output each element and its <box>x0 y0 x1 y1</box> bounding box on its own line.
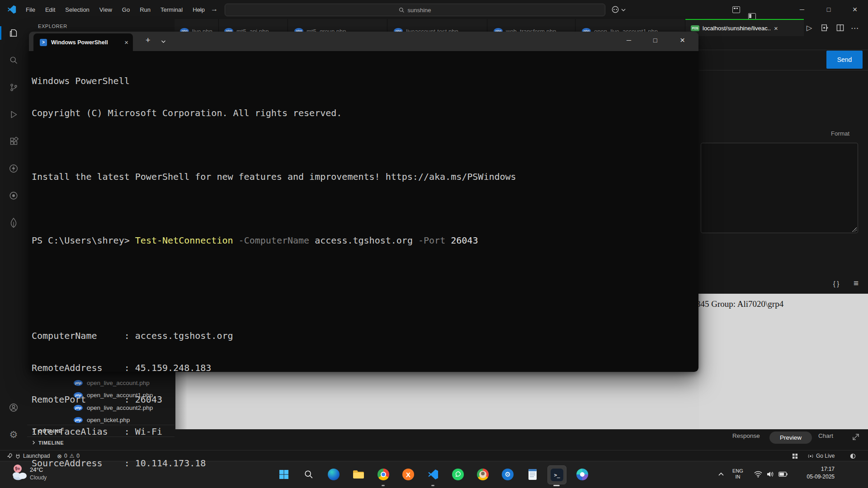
search-icon <box>399 7 405 13</box>
mongodb-icon[interactable] <box>8 217 19 228</box>
copilot-icon[interactable] <box>611 5 619 14</box>
chevron-down-icon[interactable] <box>621 8 626 12</box>
broadcast-icon <box>807 453 814 459</box>
forward-icon[interactable]: → <box>211 5 218 13</box>
vscode-logo <box>7 5 16 14</box>
resize-grip[interactable] <box>852 227 857 232</box>
menu-go[interactable]: Go <box>117 6 135 13</box>
explorer-header: EXPLORER <box>38 23 67 29</box>
preview-tab[interactable]: Preview <box>769 432 812 444</box>
list-icon[interactable]: ≡ <box>854 278 859 288</box>
command-param: -Port <box>418 235 445 246</box>
explorer-icon[interactable] <box>8 28 19 38</box>
terminal-result-line: RemotePort : 26043 <box>32 394 516 405</box>
open-app-indicator <box>553 485 560 486</box>
clipchamp-icon[interactable] <box>574 466 590 483</box>
plug-icon <box>15 453 21 459</box>
terminal-content[interactable]: Windows PowerShell Copyright (C) Microso… <box>29 51 698 372</box>
command-param: -ComputerName <box>239 235 310 246</box>
thunder-client-icon[interactable] <box>8 163 19 174</box>
activity-bar: ⚙ <box>0 19 28 450</box>
menu-view[interactable]: View <box>94 6 117 13</box>
terminal-close-button[interactable]: × <box>680 35 685 45</box>
response-tab[interactable]: Response <box>732 432 760 439</box>
run-request-icon[interactable]: ▷ <box>807 23 812 32</box>
menu-selection[interactable]: Selection <box>60 6 94 13</box>
terminal-result-line: RemoteAddress : 45.159.248.183 <box>32 363 516 374</box>
notifications-status[interactable] <box>850 450 856 461</box>
terminal-result-line: InterfaceAlias : Wi-Fi <box>32 427 516 437</box>
terminal-text: Windows PowerShell Copyright (C) Microso… <box>32 55 516 488</box>
clock-date: 05-09-2025 <box>791 473 835 481</box>
account-icon[interactable] <box>8 402 19 413</box>
window-maximize-button[interactable]: □ <box>818 0 839 19</box>
terminal-title-bar[interactable]: > Windows PowerShell × + ─ □ × <box>29 32 698 51</box>
rest-client-panel: POS localhost/sunshine/liveac.. × ▷ ⋯ Se… <box>685 19 868 450</box>
extensions-icon[interactable] <box>8 136 19 147</box>
run-debug-icon[interactable] <box>8 109 19 120</box>
terminal-taskbar-icon[interactable]: >_ <box>547 465 566 484</box>
chart-tab[interactable]: Chart <box>818 432 833 439</box>
search-sidebar-icon[interactable] <box>8 55 19 66</box>
language-line2: IN <box>732 474 743 480</box>
settings-gear-icon[interactable]: ⚙ <box>8 429 19 440</box>
language-line1: ENG <box>732 468 743 474</box>
go-live-label: Go Live <box>816 453 835 459</box>
terminal-minimize-button[interactable]: ─ <box>627 37 631 44</box>
active-indicator <box>0 26 1 40</box>
desktop: File Edit Selection View Go Run Terminal… <box>0 0 868 488</box>
terminal-result-line: ComputerName : access.tgshost.org <box>32 331 516 342</box>
powershell-window[interactable]: > Windows PowerShell × + ─ □ × Windows P… <box>29 32 698 372</box>
send-button[interactable]: Send <box>826 51 863 69</box>
terminal-maximize-button[interactable]: □ <box>653 37 657 44</box>
window-minimize-button[interactable]: ─ <box>792 0 812 19</box>
battery-icon[interactable] <box>778 472 788 477</box>
menu-bar: File Edit Selection View Go Run Terminal… <box>21 0 210 19</box>
go-live-status[interactable]: Go Live <box>807 450 835 461</box>
close-icon[interactable]: × <box>124 38 128 46</box>
menu-run[interactable]: Run <box>135 6 156 13</box>
search-query: sunshine <box>407 7 431 14</box>
notification-badge: 9+ <box>14 465 22 473</box>
vscode-title-bar: File Edit Selection View Go Run Terminal… <box>0 0 868 19</box>
open-in-editor-icon[interactable] <box>821 24 829 32</box>
http-method-badge: POS <box>691 25 699 31</box>
terminal-result-line: SourceAddress : 10.114.173.18 <box>32 458 516 469</box>
new-tab-icon[interactable]: + <box>146 36 151 45</box>
window-close-button[interactable]: × <box>844 0 865 19</box>
clock-time: 17:17 <box>791 465 835 473</box>
preview-text: 345 Group: Ali7020\grp4 <box>696 299 783 309</box>
terminal-line: Windows PowerShell <box>32 76 516 87</box>
wifi-icon[interactable] <box>754 471 762 478</box>
customize-layout-icon[interactable] <box>732 6 740 13</box>
menu-terminal[interactable]: Terminal <box>156 6 188 13</box>
terminal-command-line: PS C:\Users\shrey> Test-NetConnection -C… <box>32 235 516 246</box>
tab-dropdown-icon[interactable] <box>161 40 166 43</box>
language-indicator[interactable]: ENG IN <box>732 468 743 480</box>
split-editor-icon[interactable] <box>836 24 844 32</box>
source-control-icon[interactable] <box>8 82 19 93</box>
tray-chevron-up-icon[interactable] <box>718 472 724 476</box>
format-label[interactable]: Format <box>831 130 849 137</box>
search-input[interactable]: sunshine <box>225 4 605 16</box>
menu-file[interactable]: File <box>21 6 40 13</box>
notepad-icon[interactable] <box>524 466 541 483</box>
circle-icon <box>850 453 856 459</box>
more-actions-icon[interactable]: ⋯ <box>851 23 859 33</box>
clock[interactable]: 17:17 05-09-2025 <box>791 465 835 481</box>
powershell-icon: > <box>40 39 47 46</box>
menu-edit[interactable]: Edit <box>40 6 60 13</box>
terminal-tab[interactable]: > Windows PowerShell × <box>33 33 133 51</box>
live-server-icon[interactable] <box>8 190 19 201</box>
tab-localhost-request[interactable]: POS localhost/sunshine/liveac.. × <box>685 19 804 36</box>
braces-icon[interactable]: { } <box>833 280 839 287</box>
volume-icon[interactable] <box>767 471 774 478</box>
command-name: Test-NetConnection <box>135 235 233 246</box>
back-icon[interactable]: ← <box>197 5 204 13</box>
expand-diagonal-icon[interactable] <box>851 432 861 442</box>
request-body-textarea[interactable] <box>701 143 858 233</box>
terminal-line: Install the latest PowerShell for new fe… <box>32 172 516 183</box>
close-icon[interactable]: × <box>774 24 778 32</box>
tab-label: localhost/sunshine/liveac.. <box>703 25 771 32</box>
browser-sync-status[interactable] <box>792 450 798 461</box>
